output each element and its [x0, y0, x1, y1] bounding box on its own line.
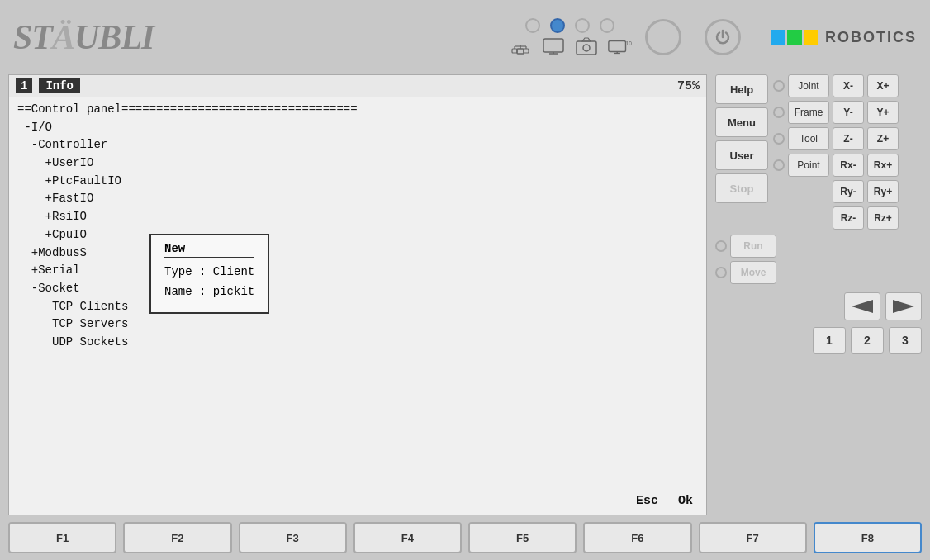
- run-row: Run: [715, 235, 922, 258]
- speed-increase-button[interactable]: [885, 292, 922, 320]
- move-button[interactable]: Move: [730, 261, 776, 284]
- f1-button[interactable]: F1: [8, 522, 116, 553]
- monitor-icon: [541, 36, 566, 56]
- status-dots-row: [525, 18, 614, 33]
- x-plus-button[interactable]: X+: [867, 74, 899, 97]
- main-container: STÄUBLI: [0, 0, 930, 560]
- rx-minus-button[interactable]: Rx-: [833, 154, 864, 177]
- brand-square-blue: [771, 30, 785, 45]
- frame-radio[interactable]: [773, 107, 785, 118]
- logo: STÄUBLI: [13, 17, 154, 57]
- z-plus-button[interactable]: Z+: [867, 127, 899, 150]
- f5-button[interactable]: F5: [468, 522, 577, 553]
- brand-square-yellow: [804, 30, 818, 45]
- content-area: 1 Info 75% ==Control panel==============…: [0, 74, 930, 515]
- ry-row: Ry- Ry+: [773, 180, 922, 203]
- joint-button[interactable]: Joint: [788, 74, 829, 97]
- right-top: Help Menu User Stop Joint X- X+: [715, 74, 922, 230]
- z-minus-button[interactable]: Z-: [833, 127, 864, 150]
- power-button[interactable]: [705, 19, 741, 55]
- footer-esc[interactable]: Esc: [636, 494, 658, 508]
- network-icon: [508, 36, 533, 56]
- run-radio[interactable]: [715, 240, 727, 252]
- brand-square-green: [787, 30, 802, 45]
- svg-rect-13: [609, 40, 626, 51]
- f4-button[interactable]: F4: [353, 522, 462, 553]
- joint-radio[interactable]: [773, 80, 785, 92]
- svg-rect-0: [517, 49, 524, 54]
- right-panel: Help Menu User Stop Joint X- X+: [715, 74, 922, 515]
- panel-content: ==Control panel=========================…: [9, 97, 706, 491]
- popup-row-name: Name : pickit: [164, 282, 254, 302]
- x-minus-button[interactable]: X-: [833, 74, 864, 97]
- panel-percent: 75%: [677, 79, 700, 93]
- ry-minus-button[interactable]: Ry-: [833, 180, 864, 203]
- speed-section: [715, 292, 922, 320]
- panel-number: 1: [16, 78, 32, 93]
- tool-button[interactable]: Tool: [788, 127, 829, 150]
- help-button[interactable]: Help: [715, 74, 768, 104]
- header-icons-group: 100%: [508, 18, 632, 56]
- svg-rect-2: [524, 49, 529, 53]
- frame-row: Frame Y- Y+: [773, 101, 922, 124]
- user-button[interactable]: User: [715, 140, 768, 170]
- num-3-button[interactable]: 3: [889, 327, 922, 354]
- panel-footer: Esc Ok: [9, 491, 706, 515]
- panel-header: 1 Info 75%: [9, 75, 706, 97]
- header: STÄUBLI: [0, 0, 930, 74]
- tool-radio[interactable]: [773, 133, 785, 145]
- big-circle-indicator: [645, 19, 681, 55]
- move-radio[interactable]: [715, 267, 727, 278]
- footer-ok[interactable]: Ok: [678, 494, 693, 508]
- svg-marker-12: [582, 38, 591, 41]
- joint-row: Joint X- X+: [773, 74, 922, 97]
- rz-row: Rz- Rz+: [773, 206, 922, 230]
- run-button[interactable]: Run: [730, 235, 776, 258]
- status-dot-2: [550, 18, 565, 33]
- stop-button[interactable]: Stop: [715, 173, 768, 203]
- point-row: Point Rx- Rx+: [773, 154, 922, 177]
- y-minus-button[interactable]: Y-: [833, 101, 864, 124]
- main-panel: 1 Info 75% ==Control panel==============…: [8, 74, 707, 515]
- rx-plus-button[interactable]: Rx+: [867, 154, 899, 177]
- status-dot-3: [575, 18, 590, 33]
- panel-title: Info: [39, 78, 80, 93]
- point-radio[interactable]: [773, 159, 785, 171]
- svg-marker-18: [893, 300, 914, 313]
- speed-decrease-button[interactable]: [844, 292, 880, 320]
- brand-text: ROBOTICS: [825, 29, 917, 46]
- f7-button[interactable]: F7: [699, 522, 807, 553]
- f6-button[interactable]: F6: [583, 522, 691, 553]
- svg-rect-10: [577, 41, 596, 55]
- run-move-section: Run Move: [715, 235, 922, 284]
- panel-text: ==Control panel=========================…: [17, 101, 698, 352]
- popup-row-type: Type : Client: [164, 263, 254, 282]
- menu-button[interactable]: Menu: [715, 107, 768, 137]
- tool-row: Tool Z- Z+: [773, 127, 922, 150]
- svg-point-11: [583, 45, 590, 51]
- rz-minus-button[interactable]: Rz-: [833, 206, 864, 230]
- y-plus-button[interactable]: Y+: [867, 101, 899, 124]
- f8-button[interactable]: F8: [814, 522, 922, 553]
- f3-button[interactable]: F3: [239, 522, 347, 553]
- action-buttons: Help Menu User Stop: [715, 74, 768, 230]
- svg-text:100%: 100%: [625, 40, 632, 46]
- num-2-button[interactable]: 2: [851, 327, 884, 354]
- f2-button[interactable]: F2: [123, 522, 231, 553]
- robotics-brand: ROBOTICS: [771, 29, 917, 46]
- num-section: 1 2 3: [715, 327, 922, 354]
- mode-nav-section: Joint X- X+ Frame Y- Y+ Tool: [773, 74, 922, 230]
- svg-rect-7: [543, 39, 563, 52]
- bottom-bar: F1 F2 F3 F4 F5 F6 F7 F8: [0, 515, 930, 560]
- status-dot-1: [525, 18, 540, 33]
- popup-title: New: [164, 242, 254, 258]
- rz-plus-button[interactable]: Rz+: [867, 206, 899, 230]
- popup-dialog: New Type : Client Name : pickit: [149, 234, 269, 314]
- brand-squares: [771, 30, 818, 45]
- ry-plus-button[interactable]: Ry+: [867, 180, 899, 203]
- status-dot-4: [600, 18, 614, 33]
- frame-button[interactable]: Frame: [788, 101, 829, 124]
- svg-rect-1: [512, 49, 517, 53]
- num-1-button[interactable]: 1: [813, 327, 846, 354]
- point-button[interactable]: Point: [788, 154, 829, 177]
